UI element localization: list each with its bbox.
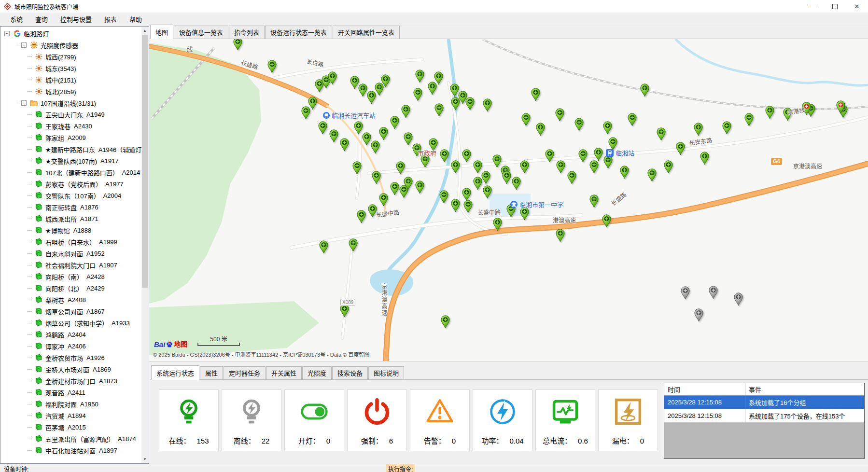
tree-device-7[interactable]: 交警队东（107南）A2004 — [1, 190, 141, 201]
tree-device-14[interactable]: 向阳桥（南）A2428 — [1, 271, 141, 282]
tree-device-6[interactable]: 彭家巷（党校后面）A1977 — [1, 178, 141, 190]
minimize-button[interactable]: — — [801, 0, 824, 13]
tree-item-label: 城中(2151) — [45, 75, 76, 84]
scroll-up-icon[interactable]: ▲ — [141, 27, 148, 34]
tree-device-10[interactable]: ★博物馆A1888 — [1, 224, 141, 236]
scrollbar-thumb[interactable] — [142, 35, 148, 288]
bottom-tab-4[interactable]: 光照度 — [302, 366, 332, 379]
map-label-6[interactable]: 临湘站 — [606, 148, 634, 157]
map-tab-2[interactable]: 指令列表 — [229, 26, 265, 39]
map-tab-0[interactable]: 地图 — [150, 25, 173, 39]
tree-connector — [28, 439, 32, 439]
tree-device-17[interactable]: 烟草公司对面A1867 — [1, 305, 141, 317]
map-tab-3[interactable]: 设备运行状态一览表 — [265, 26, 332, 39]
bottom-tab-6[interactable]: 图标说明 — [368, 366, 404, 379]
tree-device-13[interactable]: 社会福利院大门口A1907 — [1, 259, 141, 271]
map-label-4[interactable]: 市政府 — [418, 148, 436, 157]
tree-device-20[interactable]: 谭家冲A2406 — [1, 340, 141, 352]
tree-device-27[interactable]: 芭茅塘A2015 — [1, 421, 141, 433]
bottom-tab-3[interactable]: 开关属性 — [266, 366, 302, 379]
tree-scrollbar[interactable]: ▲ ▼ — [141, 27, 148, 463]
menu-item-0[interactable]: 系统 — [4, 13, 29, 26]
map-tab-1[interactable]: 设备信息一览表 — [174, 26, 228, 39]
power-icon — [362, 396, 392, 427]
tree-item-code: A1949 — [86, 111, 105, 118]
tree-device-16[interactable]: 梨树巷A2408 — [1, 294, 141, 305]
tree-item-label: 自来水斜对面 — [45, 249, 83, 258]
tree-connector — [28, 91, 32, 92]
tree-expander-icon[interactable]: − — [4, 31, 10, 36]
bottom-tab-5[interactable]: 搜索设备 — [332, 366, 368, 379]
tree-device-15[interactable]: 向阳桥（北）A2429 — [1, 282, 141, 294]
tree-device-26[interactable]: 汽贸城A1894 — [1, 410, 141, 421]
status-card-label: 离线： — [234, 435, 255, 445]
status-card-label: 漏电： — [612, 435, 634, 445]
close-button[interactable]: ✕ — [846, 0, 868, 13]
tree-sensor-1[interactable]: 城东(3543) — [1, 62, 141, 74]
tree-connector — [28, 311, 32, 312]
event-time: 2025/3/28 12:15:08 — [664, 396, 745, 409]
tree-root[interactable]: −临湘路灯 — [1, 28, 141, 39]
tree-device-3[interactable]: ★建新中路路口东A1946（辅道灯） — [1, 143, 141, 155]
tree-item-code: A1888 — [73, 227, 92, 234]
map-label-10: 长盛路 — [609, 190, 628, 208]
tree-device-29[interactable]: 中石化加油站对面A1897 — [1, 444, 141, 456]
map-label-1: 长盛路 — [240, 58, 259, 70]
tree-connector — [28, 381, 32, 381]
menu-item-4[interactable]: 帮助 — [123, 13, 148, 26]
tree-group-road[interactable]: −107国道沿线(31/31) — [1, 97, 141, 109]
tree-device-0[interactable]: 五尖山大门东A1949 — [1, 109, 141, 120]
tree-expander-icon[interactable]: − — [21, 42, 27, 48]
tree-device-2[interactable]: 陈家组A2009 — [1, 132, 141, 143]
tree-sensor-3[interactable]: 城北(2859) — [1, 85, 141, 97]
tree-item-label: 107国道沿线(31/31) — [41, 98, 96, 108]
tree-device-18[interactable]: 烟草公司（求知中学）A1933 — [1, 317, 141, 329]
device-flag-icon — [34, 122, 43, 130]
tree-device-12[interactable]: 自来水斜对面A1952 — [1, 248, 141, 259]
event-row-0[interactable]: 2025/3/28 12:15:08系统加载了16个分组 — [664, 396, 864, 409]
map-tab-4[interactable]: 开关回路属性一览表 — [333, 26, 400, 39]
device-flag-icon — [34, 203, 43, 211]
bottom-tab-1[interactable]: 属性 — [200, 366, 223, 379]
tree-device-11[interactable]: 石咀桥（自来水）A1999 — [1, 236, 141, 248]
tree-device-22[interactable]: 金桥大市场对面A1869 — [1, 363, 141, 375]
menu-item-3[interactable]: 报表 — [98, 13, 123, 26]
bulb-on-icon — [173, 396, 204, 427]
tree-device-5[interactable]: 107北（建新中路路口西）A2014 — [1, 167, 141, 178]
bottom-tab-0[interactable]: 系统运行状态 — [151, 365, 199, 380]
tree-device-4[interactable]: ★交警队西(107南)A1917 — [1, 155, 141, 167]
status-card-label: 功率： — [481, 435, 503, 445]
tree-device-25[interactable]: 福利院对面A1950 — [1, 398, 141, 410]
event-row-1[interactable]: 2025/3/28 12:15:08系统加载了175个设备，在线153个 — [664, 409, 864, 423]
tree-device-21[interactable]: 金桥农贸市场A1926 — [1, 352, 141, 363]
menu-item-2[interactable]: 控制与设置 — [54, 13, 98, 26]
baidu-logo-text: Bai — [154, 340, 165, 348]
bottom-tab-2[interactable]: 定时器任务 — [224, 366, 266, 379]
tree-device-9[interactable]: 城西派出所A1871 — [1, 213, 141, 224]
device-flag-icon — [34, 307, 43, 316]
menu-item-1[interactable]: 查询 — [29, 13, 54, 26]
device-flag-icon — [34, 423, 43, 431]
tree-item-label: 交警队东（107南） — [45, 191, 100, 200]
tree-sensor-2[interactable]: 城中(2151) — [1, 74, 141, 85]
map-label-7[interactable]: 文临湘市第一中学 — [510, 200, 563, 209]
tree-item-label: 金桥大市场对面 — [45, 365, 89, 374]
tree-device-8[interactable]: 南正街转盘A1876 — [1, 201, 141, 213]
map-label-3[interactable]: 临湘长运汽车站 — [323, 111, 376, 120]
map-scale: 500 米 — [197, 334, 240, 346]
maximize-button[interactable] — [824, 0, 846, 13]
tree-device-28[interactable]: 五里派出所（富源汽配）A1874 — [1, 433, 141, 444]
tree-group-sensors[interactable]: −光照度传感器 — [1, 39, 141, 51]
bus-icon — [323, 112, 330, 119]
tree-device-24[interactable]: 观音路A2411 — [1, 387, 141, 398]
tree-sensor-0[interactable]: 城西(2799) — [1, 51, 141, 62]
tree-expander-icon[interactable]: − — [21, 100, 27, 106]
map-canvas[interactable]: 线长盛路长白路临湘长运汽车站市政府长安东路临湘站文临湘市第一中学长盛中路长盛中路… — [149, 39, 868, 361]
tree-device-19[interactable]: 鸿鹤路A2404 — [1, 329, 141, 340]
scroll-down-icon[interactable]: ▼ — [141, 456, 148, 463]
map-label-9: 长盛中路 — [477, 208, 501, 216]
event-text: 系统加载了175个设备，在线153个 — [745, 409, 864, 422]
tree-device-23[interactable]: 金桥建材市场门口A1873 — [1, 375, 141, 387]
tree-device-1[interactable]: 王家珑巷A2430 — [1, 120, 141, 132]
baidu-paw-icon — [166, 341, 173, 348]
